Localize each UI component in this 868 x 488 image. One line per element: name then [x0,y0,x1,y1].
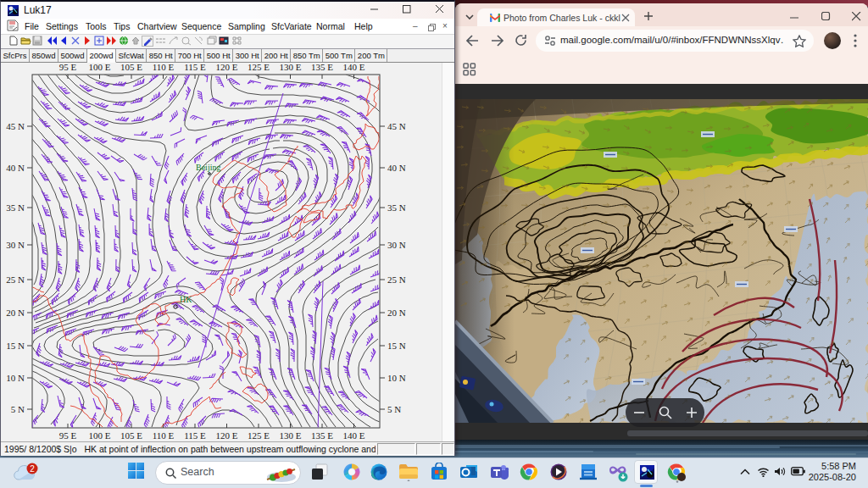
svg-text:115 E: 115 E [184,63,206,72]
svg-text:140 E: 140 E [343,63,365,72]
svg-text:30 N: 30 N [387,240,406,250]
svg-text:140 E: 140 E [343,430,365,441]
svg-text:40 N: 40 N [6,163,25,173]
svg-text:135 E: 135 E [311,430,333,441]
svg-text:5 N: 5 N [387,404,401,414]
svg-text:125 E: 125 E [248,63,270,72]
svg-text:20 N: 20 N [387,308,406,318]
svg-text:100 E: 100 E [89,430,111,441]
svg-text:45 N: 45 N [387,121,406,131]
svg-text:95 E: 95 E [59,430,77,441]
svg-text:105 E: 105 E [120,430,142,441]
svg-text:110 E: 110 E [153,63,175,72]
svg-text:35 N: 35 N [387,202,406,213]
svg-text:5 N: 5 N [11,404,25,414]
svg-text:120 E: 120 E [216,63,238,72]
svg-text:45 N: 45 N [6,121,25,131]
svg-text:25 N: 25 N [6,274,25,285]
svg-text:125 E: 125 E [248,430,270,441]
svg-text:115 E: 115 E [184,430,206,441]
svg-text:10 N: 10 N [387,373,406,383]
svg-text:30 N: 30 N [6,240,25,250]
svg-text:HK: HK [180,295,192,304]
svg-text:100 E: 100 E [89,63,111,72]
svg-text:10 N: 10 N [6,373,25,383]
svg-text:130 E: 130 E [280,430,302,441]
svg-text:135 E: 135 E [311,63,333,72]
svg-text:110 E: 110 E [153,430,175,441]
svg-text:15 N: 15 N [6,341,25,351]
svg-text:120 E: 120 E [216,430,238,441]
svg-text:20 N: 20 N [6,308,25,318]
svg-text:Beijing: Beijing [196,163,220,172]
svg-text:130 E: 130 E [280,63,302,72]
svg-text:2: 2 [30,464,35,474]
svg-text:15 N: 15 N [387,341,406,351]
svg-text:25 N: 25 N [387,274,406,285]
svg-text:95 E: 95 E [59,63,77,72]
svg-text:40 N: 40 N [387,163,406,173]
svg-text:105 E: 105 E [120,63,142,72]
svg-text:35 N: 35 N [6,202,25,213]
